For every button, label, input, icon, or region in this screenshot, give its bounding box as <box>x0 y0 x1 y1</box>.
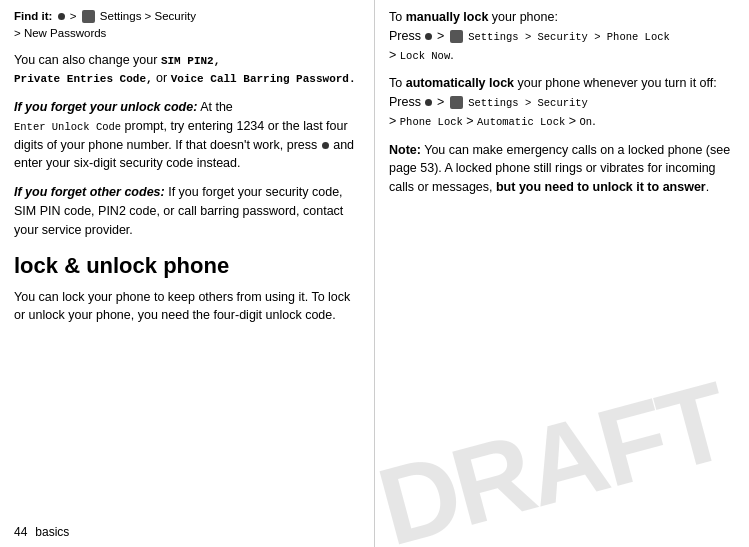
find-settings: Settings > Security <box>100 10 196 22</box>
manual-path: Settings > Security > Phone Lock <box>468 31 670 43</box>
arrow-5: > <box>389 114 400 128</box>
bullet-icon-2 <box>322 142 329 149</box>
arrow-3: > <box>389 48 400 62</box>
bullet-icon-1 <box>58 13 65 20</box>
private-entries: Private Entries Code, <box>14 73 153 85</box>
forget-code-heading: If you forget your unlock code: <box>14 100 197 114</box>
sim-pin: SIM PIN2, <box>161 55 220 67</box>
note-period: . <box>706 180 709 194</box>
section-title: lock & unlock phone <box>14 253 360 279</box>
note-bold-end: but you need to unlock it to answer <box>496 180 706 194</box>
forget-code-intro: At the <box>200 100 233 114</box>
lock-intro: You can lock your phone to keep others f… <box>14 288 360 326</box>
forget-code-section: If you forget your unlock code: At the E… <box>14 98 360 173</box>
voice-call: Voice Call Barring Password. <box>171 73 356 85</box>
find-it-line: Find it: > Settings > Security > New Pas… <box>14 8 360 43</box>
auto-lock-intro: To <box>389 76 406 90</box>
manually-lock-bold: manually lock <box>406 10 489 24</box>
press-text: Press <box>389 29 424 43</box>
auto-path: Settings > Security <box>468 97 588 109</box>
left-column: Find it: > Settings > Security > New Pas… <box>0 0 375 547</box>
lock-now: Lock Now <box>400 50 450 62</box>
settings-icon-2 <box>450 30 463 43</box>
period-1: . <box>450 48 453 62</box>
auto-lock-section: To automatically lock your phone wheneve… <box>389 74 735 130</box>
arrow-1: > <box>70 10 77 22</box>
on-option: On <box>580 116 593 128</box>
auto-lock-bold: automatically lock <box>406 76 514 90</box>
find-it-label: Find it: <box>14 10 52 22</box>
intro-paragraph: You can also change your SIM PIN2, Priva… <box>14 51 360 89</box>
manually-lock-intro: To <box>389 10 406 24</box>
page-footer: 44 basics <box>14 525 69 539</box>
bullet-icon-4 <box>425 99 432 106</box>
or-text: or <box>156 71 171 85</box>
page-container: Find it: > Settings > Security > New Pas… <box>0 0 749 547</box>
bullet-icon-3 <box>425 33 432 40</box>
enter-unlock-code: Enter Unlock Code <box>14 121 121 133</box>
forget-other-heading: If you forget other codes: <box>14 185 165 199</box>
manually-lock-text: your phone: <box>488 10 558 24</box>
phone-lock: Phone Lock <box>400 116 463 128</box>
arrow-7: > <box>565 114 579 128</box>
settings-icon-3 <box>450 96 463 109</box>
arrow-6: > <box>463 114 477 128</box>
period-2: . <box>592 114 595 128</box>
find-new-passwords: > New Passwords <box>14 27 106 39</box>
forget-other-section: If you forget other codes: If you forget… <box>14 183 360 239</box>
note-section: Note: You can make emergency calls on a … <box>389 141 735 197</box>
page-number: 44 <box>14 525 27 539</box>
right-column: To manually lock your phone: Press > Set… <box>375 0 749 547</box>
footer-label: basics <box>35 525 69 539</box>
arrow-2: > <box>437 29 448 43</box>
manually-lock-section: To manually lock your phone: Press > Set… <box>389 8 735 64</box>
settings-icon-1 <box>82 10 95 23</box>
automatic-lock: Automatic Lock <box>477 116 565 128</box>
note-label: Note: <box>389 143 421 157</box>
arrow-4: > <box>437 95 448 109</box>
intro-text: You can also change your <box>14 53 157 67</box>
